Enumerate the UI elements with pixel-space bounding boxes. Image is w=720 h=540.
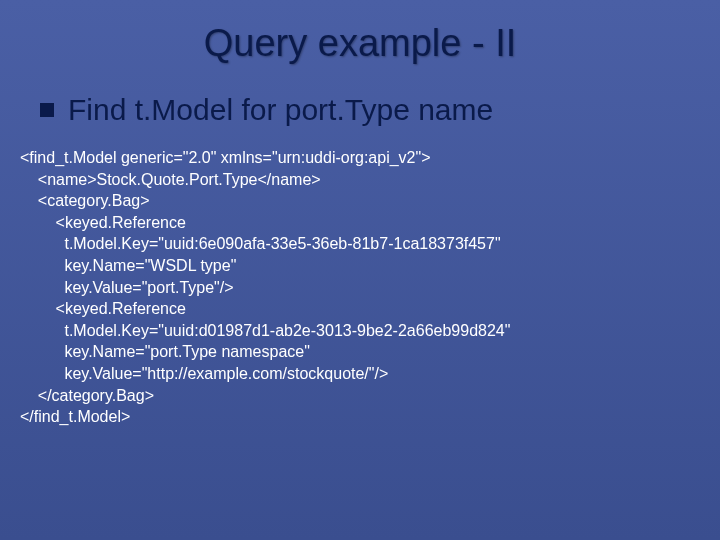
code-line: key.Value="port.Type"/>: [20, 279, 234, 296]
slide-title: Query example - II: [0, 0, 720, 65]
code-block: <find_t.Model generic="2.0" xmlns="urn:u…: [0, 127, 720, 428]
slide: Query example - II Find t.Model for port…: [0, 0, 720, 540]
code-line: <keyed.Reference: [20, 300, 186, 317]
subhead-row: Find t.Model for port.Type name: [0, 93, 720, 127]
bullet-icon: [40, 103, 54, 117]
code-line: t.Model.Key="uuid:d01987d1-ab2e-3013-9be…: [20, 322, 510, 339]
code-line: </find_t.Model>: [20, 408, 130, 425]
code-line: key.Name="WSDL type": [20, 257, 236, 274]
code-line: <name>Stock.Quote.Port.Type</name>: [20, 171, 321, 188]
code-line: <find_t.Model generic="2.0" xmlns="urn:u…: [20, 149, 431, 166]
subhead-text: Find t.Model for port.Type name: [68, 93, 493, 127]
code-line: t.Model.Key="uuid:6e090afa-33e5-36eb-81b…: [20, 235, 501, 252]
code-line: <keyed.Reference: [20, 214, 186, 231]
code-line: </category.Bag>: [20, 387, 154, 404]
code-line: <category.Bag>: [20, 192, 150, 209]
code-line: key.Name="port.Type namespace": [20, 343, 310, 360]
code-line: key.Value="http://example.com/stockquote…: [20, 365, 388, 382]
